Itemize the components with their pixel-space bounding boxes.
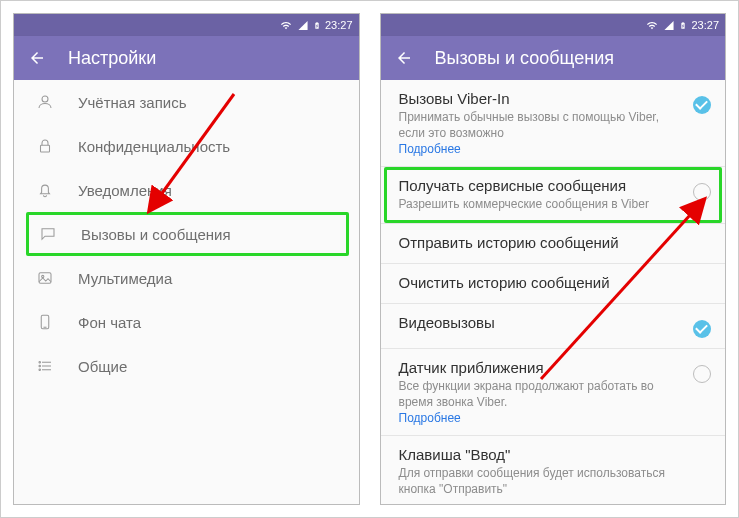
- settings-list: Учётная запись Конфиденциальность Уведом…: [14, 80, 359, 504]
- screen-title: Вызовы и сообщения: [435, 48, 614, 69]
- screen-title: Настройки: [68, 48, 156, 69]
- svg-rect-2: [39, 273, 51, 284]
- setting-enter-key[interactable]: Клавиша "Ввод" Для отправки сообщения бу…: [381, 436, 726, 504]
- setting-send-history[interactable]: Отправить историю сообщений: [381, 224, 726, 264]
- setting-title: Отправить историю сообщений: [399, 234, 712, 251]
- setting-title: Датчик приближения: [399, 359, 684, 376]
- media-icon: [36, 269, 54, 287]
- calls-messages-list: Вызовы Viber-In Принимать обычные вызовы…: [381, 80, 726, 504]
- svg-point-11: [39, 369, 41, 371]
- settings-item-label: Учётная запись: [78, 94, 187, 111]
- bell-icon: [36, 181, 54, 199]
- phone-right: 23:27 Вызовы и сообщения Вызовы Viber-In…: [380, 13, 727, 505]
- back-icon[interactable]: [395, 49, 413, 67]
- more-link[interactable]: Подробнее: [399, 411, 684, 425]
- setting-subtitle: Принимать обычные вызовы с помощью Viber…: [399, 109, 684, 141]
- battery-icon: [313, 19, 321, 32]
- app-bar: Настройки: [14, 36, 359, 80]
- status-bar: 23:27: [381, 14, 726, 36]
- back-icon[interactable]: [28, 49, 46, 67]
- lock-icon: [36, 137, 54, 155]
- settings-item-privacy[interactable]: Конфиденциальность: [14, 124, 359, 168]
- status-time: 23:27: [691, 19, 719, 31]
- settings-item-label: Вызовы и сообщения: [81, 226, 231, 243]
- settings-item-label: Конфиденциальность: [78, 138, 230, 155]
- settings-item-general[interactable]: Общие: [14, 344, 359, 388]
- setting-title: Очистить историю сообщений: [399, 274, 712, 291]
- svg-point-0: [42, 96, 48, 102]
- status-bar: 23:27: [14, 14, 359, 36]
- more-link[interactable]: Подробнее: [399, 142, 684, 156]
- setting-subtitle: Для отправки сообщения будет использоват…: [399, 465, 684, 497]
- settings-item-media[interactable]: Мультимедиа: [14, 256, 359, 300]
- status-time: 23:27: [325, 19, 353, 31]
- toggle-unchecked[interactable]: [693, 183, 711, 201]
- signal-icon: [297, 20, 309, 31]
- wifi-icon: [279, 20, 293, 31]
- toggle-checked[interactable]: [693, 320, 711, 338]
- toggle-checked[interactable]: [693, 96, 711, 114]
- signal-icon: [663, 20, 675, 31]
- wifi-icon: [645, 20, 659, 31]
- setting-service-messages[interactable]: Получать сервисные сообщения Разрешить к…: [381, 167, 726, 223]
- settings-item-label: Мультимедиа: [78, 270, 172, 287]
- setting-subtitle: Все функции экрана продолжают работать в…: [399, 378, 684, 410]
- settings-item-calls-messages[interactable]: Вызовы и сообщения: [26, 212, 349, 256]
- svg-point-10: [39, 365, 41, 367]
- settings-item-label: Уведомления: [78, 182, 172, 199]
- setting-title: Видеовызовы: [399, 314, 684, 331]
- settings-item-account[interactable]: Учётная запись: [14, 80, 359, 124]
- svg-rect-1: [41, 145, 50, 152]
- setting-clear-history[interactable]: Очистить историю сообщений: [381, 264, 726, 304]
- chat-icon: [39, 225, 57, 243]
- toggle-unchecked[interactable]: [693, 365, 711, 383]
- list-icon: [36, 357, 54, 375]
- svg-point-9: [39, 362, 41, 364]
- setting-viber-in[interactable]: Вызовы Viber-In Принимать обычные вызовы…: [381, 80, 726, 167]
- settings-item-label: Общие: [78, 358, 127, 375]
- setting-proximity[interactable]: Датчик приближения Все функции экрана пр…: [381, 349, 726, 436]
- setting-subtitle: Разрешить коммерческие сообщения в Viber: [399, 196, 684, 212]
- app-bar: Вызовы и сообщения: [381, 36, 726, 80]
- user-icon: [36, 93, 54, 111]
- settings-item-chat-bg[interactable]: Фон чата: [14, 300, 359, 344]
- settings-item-notifications[interactable]: Уведомления: [14, 168, 359, 212]
- phone-icon: [36, 313, 54, 331]
- phone-left: 23:27 Настройки Учётная запись Конфиденц…: [13, 13, 360, 505]
- battery-icon: [679, 19, 687, 32]
- setting-title: Вызовы Viber-In: [399, 90, 684, 107]
- setting-title: Получать сервисные сообщения: [399, 177, 684, 194]
- setting-title: Клавиша "Ввод": [399, 446, 684, 463]
- setting-video-calls[interactable]: Видеовызовы: [381, 304, 726, 349]
- settings-item-label: Фон чата: [78, 314, 141, 331]
